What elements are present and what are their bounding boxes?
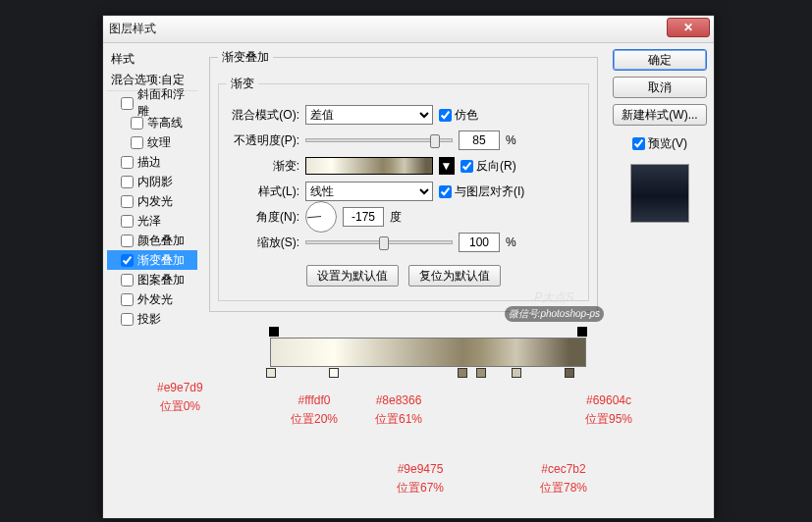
style-checkbox[interactable] (121, 293, 134, 306)
style-label: 等高线 (147, 115, 183, 131)
window-title: 图层样式 (109, 21, 156, 37)
opacity-stop[interactable] (577, 327, 587, 337)
style-select[interactable]: 线性 (305, 182, 433, 201)
section-title: 渐变叠加 (218, 49, 273, 66)
style-checkbox[interactable] (131, 117, 143, 130)
blend-mode-select[interactable]: 差值 (305, 105, 433, 125)
style-item-2[interactable]: 纹理 (107, 132, 197, 152)
sidebar-header: 样式 (107, 49, 197, 70)
subsection-title: 渐变 (227, 76, 258, 92)
opacity-slider[interactable] (305, 138, 453, 142)
preview-checkbox[interactable]: 预览(V) (632, 135, 687, 152)
layer-style-dialog: 图层样式 ✕ 样式 混合选项:自定 斜面和浮雕等高线纹理描边内阴影内发光光泽颜色… (102, 15, 715, 519)
angle-label: 角度(N): (227, 209, 299, 226)
dither-checkbox[interactable]: 仿色 (439, 107, 478, 124)
opacity-input[interactable]: 85 (459, 130, 500, 150)
color-stop-4[interactable] (512, 368, 521, 378)
percent-label: % (506, 133, 516, 147)
opacity-label: 不透明度(P): (227, 132, 299, 149)
style-item-5[interactable]: 内发光 (107, 191, 197, 211)
style-label: 渐变叠加 (137, 252, 185, 269)
gradient-fieldset: 渐变 混合模式(O): 差值 仿色 不透明度(P): 85 % 渐变: (218, 76, 589, 301)
degree-label: 度 (390, 209, 402, 226)
blend-mode-label: 混合模式(O): (227, 107, 299, 124)
style-item-4[interactable]: 内阴影 (107, 172, 197, 191)
style-checkbox[interactable] (121, 97, 134, 110)
gradient-label: 渐变: (227, 158, 299, 175)
style-item-0[interactable]: 斜面和浮雕 (107, 93, 197, 113)
style-label: 样式(L): (227, 183, 299, 200)
style-checkbox[interactable] (131, 136, 143, 149)
opacity-stop[interactable] (269, 327, 279, 337)
color-stop-2[interactable] (458, 368, 467, 378)
close-button[interactable]: ✕ (667, 18, 710, 37)
scale-input[interactable]: 100 (459, 233, 500, 252)
align-checkbox[interactable]: 与图层对齐(I) (439, 183, 524, 200)
style-label: 光泽 (137, 213, 161, 230)
style-item-6[interactable]: 光泽 (107, 211, 197, 231)
color-stop-0[interactable] (266, 368, 276, 378)
color-stop-3[interactable] (476, 368, 486, 378)
style-checkbox[interactable] (121, 156, 134, 169)
close-icon: ✕ (683, 21, 693, 34)
reset-default-button[interactable]: 复位为默认值 (408, 265, 501, 287)
style-checkbox[interactable] (121, 215, 134, 228)
preview-thumbnail (630, 164, 689, 223)
style-label: 描边 (137, 154, 161, 171)
gradient-overlay-fieldset: 渐变叠加 渐变 混合模式(O): 差值 仿色 不透明度(P): 85 % (209, 49, 598, 312)
reverse-checkbox[interactable]: 反向(R) (460, 158, 516, 175)
angle-input[interactable]: -175 (343, 207, 384, 227)
gradient-editor (270, 338, 586, 367)
style-checkbox[interactable] (121, 235, 134, 247)
styles-sidebar: 样式 混合选项:自定 斜面和浮雕等高线纹理描边内阴影内发光光泽颜色叠加渐变叠加图… (103, 43, 201, 518)
color-stop-1[interactable] (329, 368, 339, 378)
style-checkbox[interactable] (121, 195, 134, 208)
style-checkbox[interactable] (121, 274, 134, 287)
style-label: 颜色叠加 (137, 233, 185, 249)
scale-label: 缩放(S): (227, 235, 299, 251)
style-label: 内阴影 (137, 174, 173, 190)
gradient-dropdown-arrow[interactable]: ▼ (439, 157, 455, 175)
style-item-10[interactable]: 外发光 (107, 289, 197, 309)
style-label: 内发光 (137, 193, 173, 210)
style-label: 纹理 (147, 134, 171, 151)
style-label: 外发光 (137, 291, 173, 308)
set-default-button[interactable]: 设置为默认值 (306, 265, 399, 287)
color-stop-5[interactable] (565, 368, 574, 378)
gradient-picker[interactable] (305, 157, 433, 175)
percent-label-2: % (506, 235, 516, 249)
titlebar[interactable]: 图层样式 ✕ (103, 16, 714, 43)
scale-slider[interactable] (305, 240, 453, 244)
style-item-11[interactable]: 投影 (107, 309, 197, 329)
style-item-9[interactable]: 图案叠加 (107, 270, 197, 289)
gradient-bar[interactable] (270, 338, 586, 367)
style-label: 图案叠加 (137, 272, 185, 288)
style-label: 投影 (137, 311, 161, 328)
action-panel: 确定 取消 新建样式(W)... 预览(V) (606, 43, 714, 518)
settings-panel: 渐变叠加 渐变 混合模式(O): 差值 仿色 不透明度(P): 85 % (201, 43, 606, 518)
angle-dial[interactable] (305, 201, 337, 233)
style-checkbox[interactable] (121, 254, 134, 267)
style-item-8[interactable]: 渐变叠加 (107, 250, 197, 270)
ok-button[interactable]: 确定 (613, 49, 707, 71)
style-item-7[interactable]: 颜色叠加 (107, 231, 197, 250)
style-checkbox[interactable] (121, 176, 134, 188)
style-item-3[interactable]: 描边 (107, 152, 197, 172)
cancel-button[interactable]: 取消 (613, 77, 707, 98)
style-checkbox[interactable] (121, 313, 134, 326)
new-style-button[interactable]: 新建样式(W)... (613, 104, 707, 126)
